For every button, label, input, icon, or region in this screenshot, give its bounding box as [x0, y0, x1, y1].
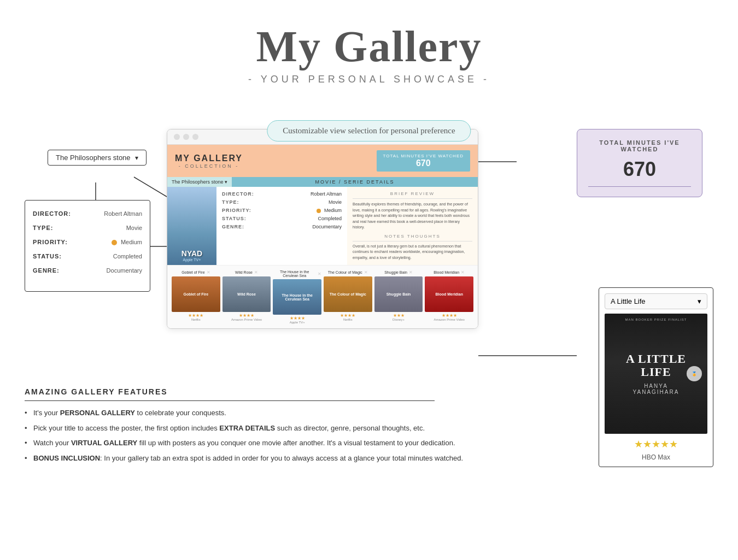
feature-item-1: Pick your title to access the poster, th…: [25, 423, 653, 434]
book-card: A Little Life ▾ MAN BOOKER PRIZE FINALIS…: [599, 287, 713, 467]
poster-grid: Goblet of Fire✕Goblet of Fire★★★★Netflix…: [167, 265, 478, 328]
features-divider: [25, 400, 435, 401]
brief-review-panel: BRIEF REVIEW Beautifully explores themes…: [347, 187, 478, 265]
gallery-window: MY GALLERY - COLLECTION - TOTAL MINUTES …: [167, 129, 478, 329]
type-value: Movie: [126, 225, 142, 231]
info-director-value: Robert Altman: [311, 191, 342, 197]
book-cover: MAN BOOKER PRIZE FINALIST 🏅 A LITTLELIFE…: [605, 314, 707, 434]
movie-content: NYAD Apple TV+ DIRECTOR: Robert Altman T…: [167, 187, 478, 265]
priority-label: PRIORITY:: [33, 239, 68, 245]
chrome-dot-3: [192, 134, 198, 140]
stats-label: TOTAL MINUTES I'VE WATCHED: [383, 154, 464, 158]
poster-item-0: Goblet of Fire✕Goblet of Fire★★★★Netflix: [172, 270, 220, 324]
mini-poster-5: Blood Meridian: [425, 276, 473, 312]
poster-platform-0: Netflix: [172, 318, 220, 321]
director-value: Robert Altman: [104, 210, 142, 217]
detail-priority-row: PRIORITY: Medium: [33, 239, 142, 245]
detail-status-row: STATUS: Completed: [33, 253, 142, 260]
movie-dropdown[interactable]: The Philosophers stone ▾: [167, 177, 232, 187]
total-minutes-label: TOTAL MINUTES I'VE WATCHED: [588, 139, 691, 152]
info-genre-row: GENRE: Documentary: [222, 224, 342, 229]
info-priority-value: Medium: [317, 208, 342, 213]
poster-platform-3: Netflix: [324, 318, 372, 321]
mini-poster-1: Wild Rose: [222, 276, 271, 312]
mini-poster-0: Goblet of Fire: [172, 276, 220, 312]
priority-sm-dot: [317, 209, 321, 213]
chrome-dot-1: [174, 134, 180, 140]
movie-info-panel: DIRECTOR: Robert Altman TYPE: Movie PRIO…: [216, 187, 347, 265]
info-director-label: DIRECTOR:: [222, 191, 254, 197]
poster-item-1: Wild Rose✕Wild Rose★★★★Amazon Prime Vide…: [222, 270, 271, 324]
info-status-row: STATUS: Completed: [222, 216, 342, 221]
genre-value: Documentary: [107, 267, 142, 274]
info-type-row: TYPE: Movie: [222, 199, 342, 205]
review-text: Beautifully explores themes of friendshi…: [353, 202, 472, 231]
priority-value: Medium: [112, 239, 142, 245]
total-minutes-divider: [588, 186, 691, 187]
poster-stars-5: ★★★★: [425, 313, 473, 318]
poster-label-4: Shuggie Bain✕: [374, 270, 423, 275]
director-label: DIRECTOR:: [33, 210, 71, 217]
info-status-value: Completed: [318, 216, 342, 221]
main-area: The Philosophers stone DIRECTOR: Robert …: [14, 96, 724, 479]
poster-platform-2: Apple TV+: [273, 321, 321, 324]
poster-label-1: Wild Rose✕: [222, 270, 271, 275]
stats-box: TOTAL MINUTES I'VE WATCHED 670: [377, 150, 470, 172]
poster-item-4: Shuggie Bain✕Shuggie Bain★★★Disney+: [374, 270, 423, 324]
poster-stars-4: ★★★: [374, 313, 423, 318]
poster-platform-1: Amazon Prime Video: [222, 318, 271, 321]
poster-label-3: The Colour of Magic✕: [324, 270, 372, 275]
page-subtitle: - YOUR PERSONAL SHOWCASE -: [0, 74, 738, 85]
poster-item-3: The Colour of Magic✕The Colour of Magic★…: [324, 270, 372, 324]
info-type-value: Movie: [329, 199, 342, 205]
info-genre-label: GENRE:: [222, 224, 244, 229]
poster-label-0: Goblet of Fire✕: [172, 270, 220, 275]
review-header: BRIEF REVIEW: [353, 191, 472, 199]
book-stars: ★★★★★: [605, 438, 707, 450]
detail-header-row: The Philosophers stone ▾ MOVIE / SERIE D…: [167, 177, 478, 187]
page-header: My Gallery - YOUR PERSONAL SHOWCASE -: [0, 0, 738, 96]
info-priority-label: PRIORITY:: [222, 208, 251, 213]
page-title: My Gallery: [0, 22, 738, 72]
annotation-bubble: Customizable view selection for personal…: [267, 120, 471, 142]
info-priority-row: PRIORITY: Medium: [222, 208, 342, 213]
feature-item-0: It's your PERSONAL GALLERY to celebrate …: [25, 408, 653, 418]
total-minutes-value: 670: [588, 158, 691, 181]
poster-stars-2: ★★★★: [273, 316, 321, 321]
poster-item-5: Blood Meridian✕Blood Meridian★★★★Amazon …: [425, 270, 473, 324]
mini-poster-3: The Colour of Magic: [324, 276, 372, 312]
poster-platform: Apple TV+: [183, 258, 201, 262]
stats-value: 670: [383, 158, 464, 168]
gallery-subtitle: - COLLECTION -: [175, 163, 243, 169]
detail-director-row: DIRECTOR: Robert Altman: [33, 210, 142, 217]
philosophers-dropdown[interactable]: The Philosophers stone: [48, 150, 147, 166]
poster-stars-3: ★★★★: [324, 313, 372, 318]
type-label: TYPE:: [33, 225, 53, 231]
poster-stars-0: ★★★★: [172, 313, 220, 318]
poster-label-5: Blood Meridian✕: [425, 270, 473, 275]
detail-type-row: TYPE: Movie: [33, 225, 142, 231]
book-badge: MAN BOOKER PRIZE FINALIST: [625, 318, 687, 321]
poster-item-2: The House in the Cerulean Sea✕The House …: [273, 270, 321, 324]
poster-platform-5: Amazon Prime Video: [425, 318, 473, 321]
gallery-header-left: MY GALLERY - COLLECTION -: [175, 154, 243, 169]
book-medal: 🏅: [687, 366, 702, 381]
status-value: Completed: [113, 253, 142, 260]
priority-dot: [112, 240, 117, 245]
book-dropdown[interactable]: A Little Life ▾: [605, 293, 707, 309]
poster-text: NYAD: [181, 249, 202, 258]
movie-poster: NYAD Apple TV+: [167, 187, 216, 265]
mini-poster-2: The House in the Cerulean Sea: [273, 279, 321, 315]
info-director-row: DIRECTOR: Robert Altman: [222, 191, 342, 197]
features-list: It's your PERSONAL GALLERY to celebrate …: [25, 408, 653, 463]
gallery-header: MY GALLERY - COLLECTION - TOTAL MINUTES …: [167, 145, 478, 177]
mini-poster-4: Shuggie Bain: [374, 276, 423, 312]
total-minutes-card: TOTAL MINUTES I'VE WATCHED 670: [577, 129, 702, 197]
info-type-label: TYPE:: [222, 199, 239, 205]
feature-item-2: Watch your VIRTUAL GALLERY fill up with …: [25, 438, 653, 449]
detail-genre-row: GENRE: Documentary: [33, 267, 142, 274]
info-genre-value: Documentary: [312, 224, 342, 229]
book-author: HANYAYANAGIHARA: [633, 383, 680, 395]
genre-label: GENRE:: [33, 267, 60, 274]
detail-card: DIRECTOR: Robert Altman TYPE: Movie PRIO…: [25, 200, 150, 292]
